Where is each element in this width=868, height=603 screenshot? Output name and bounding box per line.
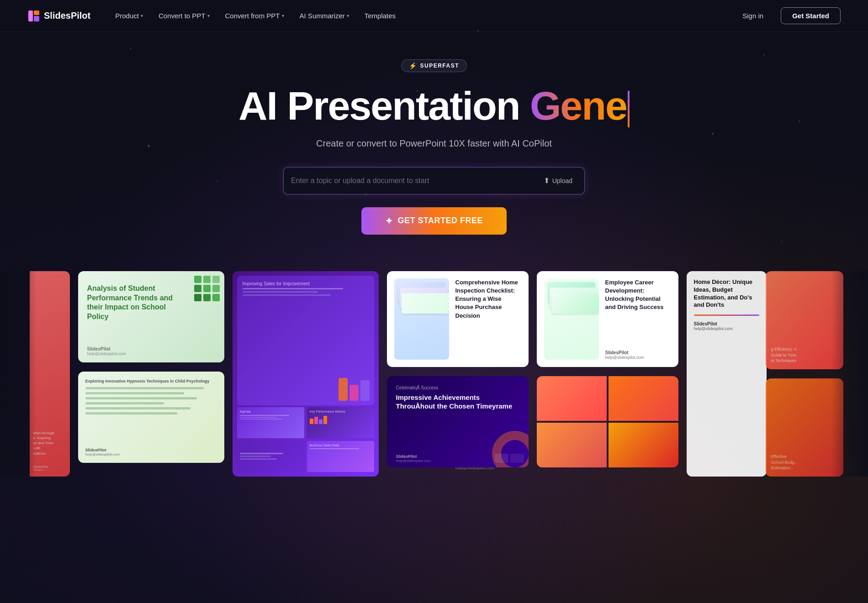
purple-slides-card[interactable]: Improving Sales for Improvement bbox=[233, 271, 379, 477]
upload-button[interactable]: ⬆ Upload bbox=[539, 173, 577, 188]
inspection-title: Comprehensive Home Inspection Checklist:… bbox=[455, 278, 521, 320]
gallery-column-2: Improving Sales for Improvement bbox=[233, 271, 379, 477]
celebration-footer: SlidesPilot help@slidespilot.com bbox=[396, 454, 431, 463]
decor-email: help@slidespilot.com bbox=[694, 326, 759, 331]
gallery-flex: ation through s: Inspiring es and Their … bbox=[0, 271, 868, 477]
hero-subtitle: Create or convert to PowerPoint 10X fast… bbox=[316, 138, 552, 149]
nav-item-convert-to-ppt[interactable]: Convert to PPT ▾ bbox=[152, 8, 216, 23]
employee-footer: SlidesPilot help@slidespilot.com bbox=[605, 350, 644, 360]
green-card-lines bbox=[85, 387, 217, 414]
chevron-down-icon: ▾ bbox=[207, 13, 210, 18]
topic-input[interactable] bbox=[291, 177, 539, 185]
slide-color-blocks bbox=[339, 378, 370, 401]
right-partial-decor-card: Home Décor: Unique Ideas, Budget Estimat… bbox=[687, 271, 767, 477]
mosaic-cell-1 bbox=[537, 376, 607, 421]
deco-grid bbox=[194, 276, 220, 301]
purple-slide-main: Improving Sales for Improvement bbox=[237, 276, 374, 405]
employee-info: Employee Career Development: Unlocking P… bbox=[605, 278, 671, 360]
logo-text: SlidesPilot bbox=[44, 10, 90, 21]
hero-title: AI Presentation Gene bbox=[238, 85, 630, 127]
mosaic-cell-3 bbox=[537, 423, 607, 467]
gallery-column-3: Comprehensive Home Inspection Checklist:… bbox=[387, 271, 529, 467]
nav-item-product[interactable]: Product ▾ bbox=[109, 8, 149, 23]
nav-item-templates[interactable]: Templates bbox=[358, 8, 402, 23]
chevron-down-icon: ▾ bbox=[282, 13, 284, 18]
superfast-badge: ⚡ SUPERFAST bbox=[401, 59, 467, 72]
gallery-section: ation through s: Inspiring es and Their … bbox=[0, 271, 868, 477]
svg-rect-2 bbox=[34, 16, 39, 21]
celebration-tag: CelebratiŋÅ Success bbox=[396, 385, 519, 390]
bolt-icon: ⚡ bbox=[409, 62, 418, 69]
mini-slide-4: Business Sales Data bbox=[307, 441, 374, 472]
logo-icon bbox=[27, 10, 40, 22]
mini-slides-grid: Agenda Key Performance Metrics bbox=[237, 407, 374, 472]
mosaic-card[interactable] bbox=[537, 376, 678, 467]
employee-card[interactable]: Employee Career Development: Unlocking P… bbox=[537, 271, 678, 367]
celebration-title: Impressive Achievements ThrouÅhout the C… bbox=[396, 393, 519, 411]
mini-slide-3 bbox=[237, 441, 304, 472]
green-lines-card[interactable]: Exploring Innovative Hypnosis Techniques… bbox=[78, 372, 224, 463]
employee-slide-3 bbox=[551, 293, 599, 314]
inspection-preview bbox=[394, 278, 449, 360]
hero-section: ⚡ SUPERFAST AI Presentation Gene Create … bbox=[0, 32, 868, 253]
green-card-footer: SlidesPilot help@slidespilot.com bbox=[85, 448, 120, 456]
inspection-slide-preview-3 bbox=[402, 293, 449, 314]
employee-title: Employee Career Development: Unlocking P… bbox=[605, 278, 671, 312]
academic-card-title: Analysis of Student Performance Trends a… bbox=[87, 284, 179, 322]
cta-get-started-button[interactable]: ✦ GET STARTED FREE bbox=[361, 207, 507, 235]
celebration-mini-preview bbox=[495, 454, 524, 463]
chevron-down-icon: ▾ bbox=[347, 13, 349, 18]
nav-links: Product ▾ Convert to PPT ▾ Convert from … bbox=[109, 8, 402, 23]
right-partial-2-content: Effective School Budg... Estimation... bbox=[771, 384, 838, 471]
academic-card[interactable]: Analysis of Student Performance Trends a… bbox=[78, 271, 224, 362]
mosaic-cell-2 bbox=[609, 376, 678, 421]
nav-right: Sign in Get Started bbox=[732, 7, 841, 24]
svg-rect-0 bbox=[28, 10, 33, 21]
navbar: SlidesPilot Product ▾ Convert to PPT ▾ C… bbox=[0, 0, 868, 32]
right-partial-1: g Efficiency: A Guide to Time nt Techniq… bbox=[766, 271, 843, 369]
left-partial-card-1: ation through s: Inspiring es and Their … bbox=[30, 271, 70, 477]
mosaic-cell-4 bbox=[609, 423, 678, 467]
purple-slide-content: Improving Sales for Improvement bbox=[237, 276, 374, 405]
home-inspection-card[interactable]: Comprehensive Home Inspection Checklist:… bbox=[387, 271, 529, 367]
sparkle-icon: ✦ bbox=[385, 215, 393, 226]
inspection-info: Comprehensive Home Inspection Checklist:… bbox=[455, 278, 521, 360]
search-container: ⬆ Upload bbox=[283, 167, 585, 194]
mini-slide-1: Agenda bbox=[237, 407, 304, 438]
academic-card-footer: SlidesPilot help@slidespilot.com bbox=[87, 346, 126, 356]
nav-item-convert-from-ppt[interactable]: Convert from PPT ▾ bbox=[219, 8, 291, 23]
gallery-column-1: Analysis of Student Performance Trends a… bbox=[78, 271, 224, 463]
decor-title: Home Décor: Unique Ideas, Budget Estimat… bbox=[694, 278, 759, 309]
decor-divider bbox=[694, 315, 759, 316]
decor-brand: SlidesPilot bbox=[694, 321, 759, 326]
svg-rect-1 bbox=[34, 10, 39, 15]
right-partial-1-content: g Efficiency: A Guide to Time nt Techniq… bbox=[771, 277, 838, 364]
search-input-wrapper: ⬆ Upload bbox=[283, 167, 585, 194]
gallery-column-4: Employee Career Development: Unlocking P… bbox=[537, 271, 678, 467]
green-card-header: Exploring Innovative Hypnosis Techniques… bbox=[85, 379, 217, 383]
chevron-down-icon: ▾ bbox=[141, 13, 143, 18]
nav-item-ai-summarizer[interactable]: AI Summarizer ▾ bbox=[293, 8, 355, 23]
sign-in-button[interactable]: Sign in bbox=[732, 8, 773, 24]
mini-slide-2: Key Performance Metrics bbox=[307, 407, 374, 438]
get-started-nav-button[interactable]: Get Started bbox=[781, 7, 841, 24]
upload-icon: ⬆ bbox=[544, 176, 550, 185]
far-right-partials: g Efficiency: A Guide to Time nt Techniq… bbox=[766, 271, 843, 477]
logo[interactable]: SlidesPilot bbox=[27, 10, 90, 22]
celebration-card[interactable]: CelebratiŋÅ Success Impressive Achieveme… bbox=[387, 376, 529, 467]
employee-preview bbox=[544, 278, 599, 360]
typing-cursor bbox=[628, 91, 630, 127]
nav-left: SlidesPilot Product ▾ Convert to PPT ▾ C… bbox=[27, 8, 402, 23]
right-partial-2: Effective School Budg... Estimation... bbox=[766, 378, 843, 477]
